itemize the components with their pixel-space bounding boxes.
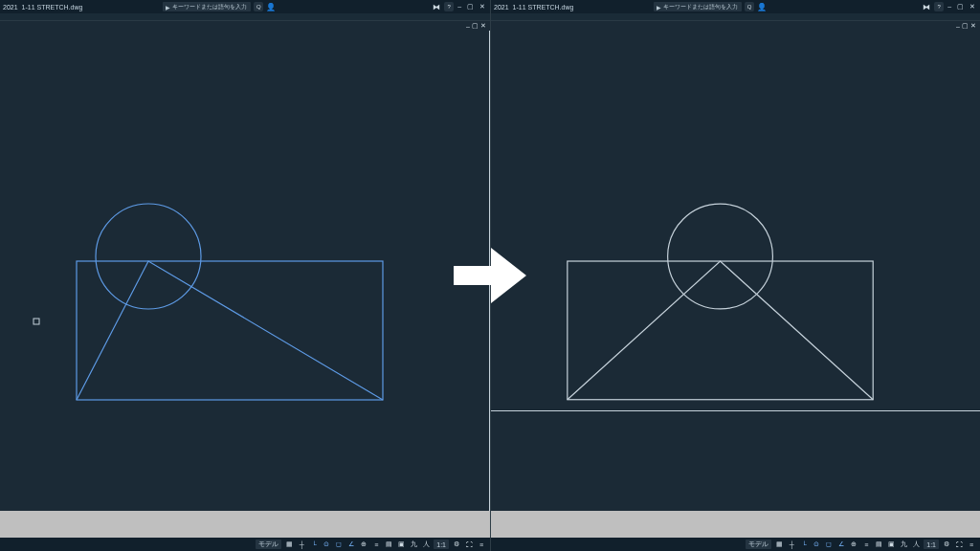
cycle-icon[interactable]: ▣ (886, 540, 896, 549)
circle[interactable] (96, 204, 201, 309)
trans-icon[interactable]: ▤ (384, 540, 393, 549)
right-pane: 2021 1-11 STRETCH.dwg ▶ キーワードまたは語句を入力 Q … (490, 0, 980, 551)
minimize-icon[interactable]: – (947, 3, 953, 10)
search-placeholder: キーワードまたは語句を入力 (172, 3, 247, 11)
cycle-icon[interactable]: ▣ (396, 540, 406, 549)
help-button[interactable]: ? (934, 2, 944, 11)
search-input[interactable]: ▶ キーワードまたは語句を入力 (163, 2, 251, 11)
left-doc-controls[interactable]: – ▢ ✕ (0, 21, 490, 31)
help-icon: ? (937, 4, 940, 10)
right-margin (491, 511, 980, 538)
window-controls[interactable]: – ▢ ✕ (947, 3, 977, 11)
help-icon: ? (448, 4, 451, 10)
close-icon[interactable]: ✕ (969, 3, 977, 10)
dash1-icon[interactable]: 九 (899, 540, 908, 549)
snap-icon[interactable]: ┼ (787, 540, 796, 549)
scale-label[interactable]: 1:1 (434, 540, 449, 549)
max-icon[interactable]: ⛶ (464, 540, 474, 549)
grid-icon[interactable]: ▦ (774, 540, 784, 549)
left-pane: 2021 1-11 STRETCH.dwg ▶ キーワードまたは語句を入力 Q … (0, 0, 490, 551)
version-label: 2021 (494, 4, 509, 11)
search-icon: Q (747, 4, 752, 10)
trans-icon[interactable]: ▤ (874, 540, 883, 549)
close-icon[interactable]: ✕ (479, 3, 487, 10)
right-statusbar: モデル ▦ ┼ └ ⊙ ◻ ∠ ⊕ ≡ ▤ ▣ 九 人 1:1 ⚙ ⛶ ≡ (491, 538, 980, 551)
dash1-icon[interactable]: 九 (409, 540, 418, 549)
right-doc-controls[interactable]: – ▢ ✕ (491, 21, 980, 31)
right-ribbon (491, 13, 980, 21)
doc-restore-icon[interactable]: ▢ (472, 22, 479, 30)
left-statusbar: モデル ▦ ┼ └ ⊙ ◻ ∠ ⊕ ≡ ▤ ▣ 九 人 1:1 ⚙ ⛶ ≡ (0, 538, 490, 551)
polar-icon[interactable]: ⊙ (812, 540, 821, 549)
gear-icon[interactable]: ⚙ (942, 540, 951, 549)
rectangle[interactable] (568, 261, 873, 400)
share-icon[interactable]: ⧓ (433, 3, 440, 11)
help-button[interactable]: ? (444, 2, 454, 11)
snap-icon[interactable]: ┼ (297, 540, 306, 549)
right-drawing[interactable] (491, 31, 980, 511)
file-label: 1-11 STRETCH.dwg (513, 4, 574, 11)
pickbox-cursor (33, 319, 39, 324)
user-icon[interactable]: 👤 (757, 3, 767, 11)
otrack-icon[interactable]: ∠ (836, 540, 846, 549)
file-label: 1-11 STRETCH.dwg (22, 4, 83, 11)
right-titlebar: 2021 1-11 STRETCH.dwg ▶ キーワードまたは語句を入力 Q … (491, 0, 980, 13)
right-canvas[interactable] (491, 31, 980, 511)
gear-icon[interactable]: ⚙ (452, 540, 461, 549)
menu-icon[interactable]: ≡ (477, 540, 486, 549)
crosshair-horizontal (491, 410, 980, 411)
left-drawing[interactable] (0, 31, 490, 511)
model-tab[interactable]: モデル (256, 540, 281, 549)
lwt-icon[interactable]: ≡ (861, 540, 871, 549)
model-tab[interactable]: モデル (746, 540, 771, 549)
triangle[interactable] (568, 261, 873, 400)
triangle[interactable] (77, 261, 383, 400)
ortho-icon[interactable]: └ (799, 540, 809, 549)
otrack-icon[interactable]: ∠ (346, 540, 356, 549)
left-margin (0, 511, 490, 538)
doc-close-icon[interactable]: ✕ (480, 22, 486, 30)
search-icon: Q (256, 4, 261, 10)
crosshair-vertical (489, 31, 490, 511)
search-input[interactable]: ▶ キーワードまたは語句を入力 (654, 2, 742, 11)
osnap-icon[interactable]: ◻ (334, 540, 344, 549)
version-label: 2021 (3, 4, 18, 11)
dyn-icon[interactable]: ⊕ (359, 540, 368, 549)
dyn-icon[interactable]: ⊕ (849, 540, 858, 549)
left-canvas[interactable] (0, 31, 490, 511)
polar-icon[interactable]: ⊙ (322, 540, 331, 549)
dash2-icon[interactable]: 人 (421, 540, 431, 549)
lwt-icon[interactable]: ≡ (371, 540, 381, 549)
dash2-icon[interactable]: 人 (911, 540, 921, 549)
search-placeholder: キーワードまたは語句を入力 (663, 3, 738, 11)
window-controls[interactable]: – ▢ ✕ (457, 3, 487, 11)
rectangle[interactable] (77, 261, 383, 400)
circle[interactable] (668, 204, 773, 309)
search-button[interactable]: Q (745, 2, 754, 11)
menu-icon[interactable]: ≡ (967, 540, 976, 549)
grid-icon[interactable]: ▦ (284, 540, 294, 549)
maximize-icon[interactable]: ▢ (957, 3, 966, 10)
doc-minimize-icon[interactable]: – (956, 23, 960, 30)
left-titlebar: 2021 1-11 STRETCH.dwg ▶ キーワードまたは語句を入力 Q … (0, 0, 490, 13)
doc-close-icon[interactable]: ✕ (970, 22, 976, 30)
share-icon[interactable]: ⧓ (923, 3, 930, 11)
doc-minimize-icon[interactable]: – (466, 23, 470, 30)
doc-restore-icon[interactable]: ▢ (962, 22, 969, 30)
left-ribbon (0, 13, 490, 21)
maximize-icon[interactable]: ▢ (467, 3, 476, 10)
search-button[interactable]: Q (254, 2, 263, 11)
scale-label[interactable]: 1:1 (924, 540, 939, 549)
user-icon[interactable]: 👤 (266, 3, 276, 11)
osnap-icon[interactable]: ◻ (824, 540, 834, 549)
ortho-icon[interactable]: └ (309, 540, 319, 549)
minimize-icon[interactable]: – (457, 3, 463, 10)
max-icon[interactable]: ⛶ (954, 540, 964, 549)
